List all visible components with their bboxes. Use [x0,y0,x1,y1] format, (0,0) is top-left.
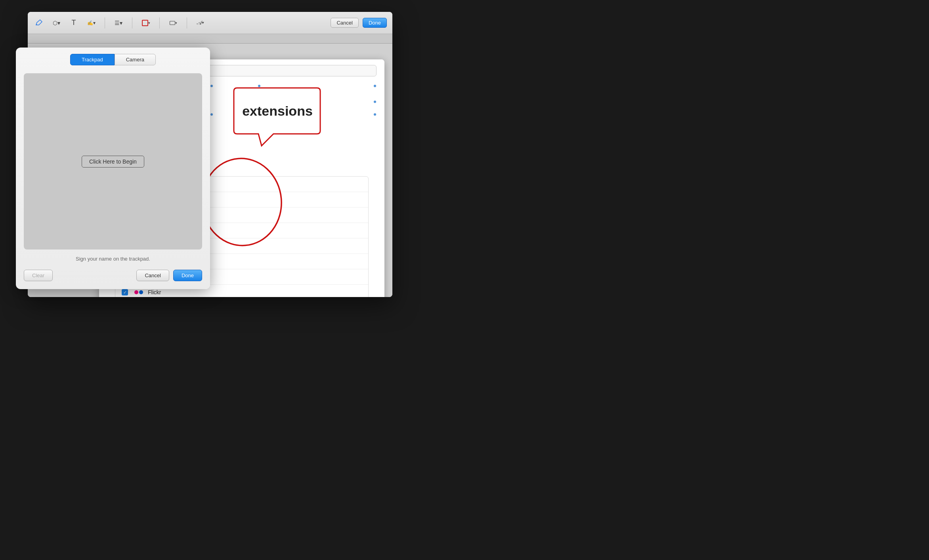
text-icon[interactable]: T [68,17,79,29]
separator1 [105,17,105,29]
toolbar-right: Cancel Done [331,18,387,28]
selection-handle-top-right [373,84,377,88]
font-icon[interactable]: 𝒜▾ [195,17,206,29]
speech-bubble-annotation: extensions [226,87,329,150]
list-icon[interactable]: ☰▾ [113,17,124,29]
svg-text:extensions: extensions [242,103,313,118]
selection-handle-mid-right [373,100,377,103]
dialog-cancel-button[interactable]: Cancel [136,270,169,281]
click-here-button[interactable]: Click Here to Begin [82,156,144,168]
done-button[interactable]: Done [363,18,387,28]
dialog-tabs: Trackpad Camera [16,48,210,70]
tab-camera[interactable]: Camera [115,54,156,65]
trackpad-dialog: Trackpad Camera Click Here to Begin Sign… [16,48,210,289]
rect-icon[interactable]: ▾ [168,17,179,29]
tab-trackpad[interactable]: Trackpad [70,54,115,65]
signature-icon[interactable]: ✍▾ [86,17,97,29]
separator4 [187,17,187,29]
toolbar: ⬡▾ T ✍▾ ☰▾ ▾ ▾ 𝒜▾ Cancel Done [28,12,392,34]
dialog-footer: Clear Cancel Done [16,265,210,289]
shape-icon[interactable]: ⬡▾ [51,17,62,29]
selection-handle-bottom-right [373,113,377,116]
clear-button[interactable]: Clear [24,270,53,281]
flickr-checkbox[interactable]: ✓ [122,289,128,295]
trackpad-area: Click Here to Begin [24,73,202,250]
selection-handle-top-left [210,84,213,88]
dialog-done-button[interactable]: Done [173,270,202,281]
footer-right-buttons: Cancel Done [136,270,202,281]
flickr-icon [134,288,143,297]
pen-icon[interactable] [33,17,44,29]
separator2 [132,17,132,29]
flickr-label: Flickr [148,289,161,295]
sign-hint-text: Sign your name on the trackpad. [16,253,210,265]
cancel-button[interactable]: Cancel [331,18,358,28]
ruler: 24 26 28 30 32 34 [28,34,392,44]
selection-handle-bottom-left [210,113,213,116]
border-icon[interactable]: ▾ [140,17,151,29]
separator3 [159,17,160,29]
